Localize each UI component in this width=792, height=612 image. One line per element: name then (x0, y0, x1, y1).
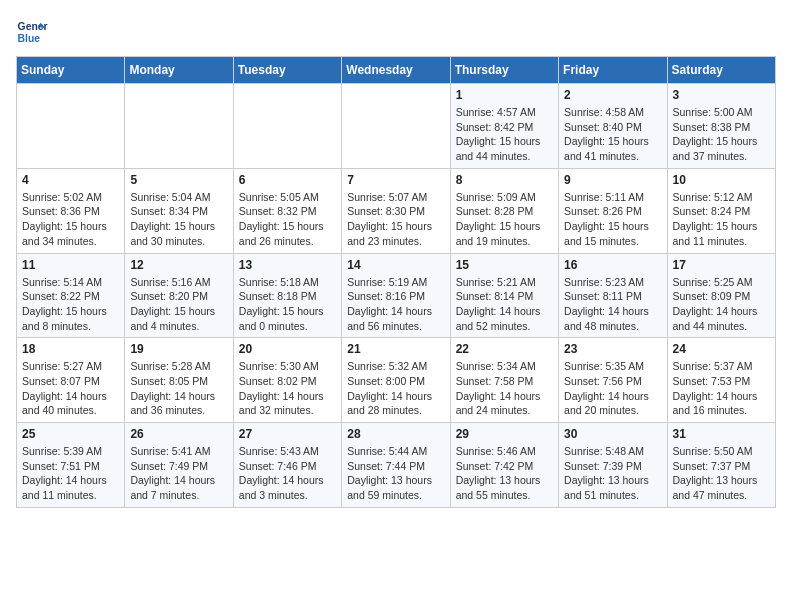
day-info: Sunrise: 5:39 AMSunset: 7:51 PMDaylight:… (22, 444, 119, 503)
calendar-cell: 30Sunrise: 5:48 AMSunset: 7:39 PMDayligh… (559, 423, 667, 508)
calendar-cell: 13Sunrise: 5:18 AMSunset: 8:18 PMDayligh… (233, 253, 341, 338)
calendar-cell: 27Sunrise: 5:43 AMSunset: 7:46 PMDayligh… (233, 423, 341, 508)
calendar-cell: 21Sunrise: 5:32 AMSunset: 8:00 PMDayligh… (342, 338, 450, 423)
day-info: Sunrise: 5:25 AMSunset: 8:09 PMDaylight:… (673, 275, 770, 334)
day-number: 26 (130, 427, 227, 441)
calendar-header: SundayMondayTuesdayWednesdayThursdayFrid… (17, 57, 776, 84)
calendar-cell: 20Sunrise: 5:30 AMSunset: 8:02 PMDayligh… (233, 338, 341, 423)
day-number: 5 (130, 173, 227, 187)
calendar-cell: 31Sunrise: 5:50 AMSunset: 7:37 PMDayligh… (667, 423, 775, 508)
weekday-header-thursday: Thursday (450, 57, 558, 84)
calendar-cell: 26Sunrise: 5:41 AMSunset: 7:49 PMDayligh… (125, 423, 233, 508)
day-number: 16 (564, 258, 661, 272)
calendar-cell: 9Sunrise: 5:11 AMSunset: 8:26 PMDaylight… (559, 168, 667, 253)
logo-icon: General Blue (16, 16, 48, 48)
calendar-cell: 24Sunrise: 5:37 AMSunset: 7:53 PMDayligh… (667, 338, 775, 423)
calendar-cell: 4Sunrise: 5:02 AMSunset: 8:36 PMDaylight… (17, 168, 125, 253)
day-info: Sunrise: 5:04 AMSunset: 8:34 PMDaylight:… (130, 190, 227, 249)
day-number: 31 (673, 427, 770, 441)
day-info: Sunrise: 5:21 AMSunset: 8:14 PMDaylight:… (456, 275, 553, 334)
day-info: Sunrise: 5:11 AMSunset: 8:26 PMDaylight:… (564, 190, 661, 249)
header: General Blue (16, 16, 776, 48)
calendar-cell: 12Sunrise: 5:16 AMSunset: 8:20 PMDayligh… (125, 253, 233, 338)
calendar-cell: 14Sunrise: 5:19 AMSunset: 8:16 PMDayligh… (342, 253, 450, 338)
day-info: Sunrise: 5:14 AMSunset: 8:22 PMDaylight:… (22, 275, 119, 334)
week-row-1: 1Sunrise: 4:57 AMSunset: 8:42 PMDaylight… (17, 84, 776, 169)
logo: General Blue (16, 16, 52, 48)
day-info: Sunrise: 5:32 AMSunset: 8:00 PMDaylight:… (347, 359, 444, 418)
day-info: Sunrise: 5:19 AMSunset: 8:16 PMDaylight:… (347, 275, 444, 334)
day-info: Sunrise: 5:27 AMSunset: 8:07 PMDaylight:… (22, 359, 119, 418)
day-number: 17 (673, 258, 770, 272)
day-info: Sunrise: 5:23 AMSunset: 8:11 PMDaylight:… (564, 275, 661, 334)
day-info: Sunrise: 4:57 AMSunset: 8:42 PMDaylight:… (456, 105, 553, 164)
day-info: Sunrise: 5:44 AMSunset: 7:44 PMDaylight:… (347, 444, 444, 503)
calendar-cell (17, 84, 125, 169)
day-number: 27 (239, 427, 336, 441)
day-info: Sunrise: 5:18 AMSunset: 8:18 PMDaylight:… (239, 275, 336, 334)
calendar-cell: 6Sunrise: 5:05 AMSunset: 8:32 PMDaylight… (233, 168, 341, 253)
day-info: Sunrise: 5:28 AMSunset: 8:05 PMDaylight:… (130, 359, 227, 418)
weekday-header-saturday: Saturday (667, 57, 775, 84)
day-number: 8 (456, 173, 553, 187)
calendar-cell: 10Sunrise: 5:12 AMSunset: 8:24 PMDayligh… (667, 168, 775, 253)
day-number: 23 (564, 342, 661, 356)
calendar-cell: 3Sunrise: 5:00 AMSunset: 8:38 PMDaylight… (667, 84, 775, 169)
day-info: Sunrise: 5:34 AMSunset: 7:58 PMDaylight:… (456, 359, 553, 418)
calendar-cell: 19Sunrise: 5:28 AMSunset: 8:05 PMDayligh… (125, 338, 233, 423)
calendar-cell: 15Sunrise: 5:21 AMSunset: 8:14 PMDayligh… (450, 253, 558, 338)
calendar-cell: 17Sunrise: 5:25 AMSunset: 8:09 PMDayligh… (667, 253, 775, 338)
calendar-cell: 28Sunrise: 5:44 AMSunset: 7:44 PMDayligh… (342, 423, 450, 508)
day-info: Sunrise: 5:12 AMSunset: 8:24 PMDaylight:… (673, 190, 770, 249)
calendar-cell: 11Sunrise: 5:14 AMSunset: 8:22 PMDayligh… (17, 253, 125, 338)
day-number: 24 (673, 342, 770, 356)
calendar-cell: 7Sunrise: 5:07 AMSunset: 8:30 PMDaylight… (342, 168, 450, 253)
day-number: 9 (564, 173, 661, 187)
day-info: Sunrise: 5:00 AMSunset: 8:38 PMDaylight:… (673, 105, 770, 164)
calendar-cell (233, 84, 341, 169)
day-info: Sunrise: 5:50 AMSunset: 7:37 PMDaylight:… (673, 444, 770, 503)
day-number: 4 (22, 173, 119, 187)
day-number: 13 (239, 258, 336, 272)
day-info: Sunrise: 5:41 AMSunset: 7:49 PMDaylight:… (130, 444, 227, 503)
calendar-cell: 23Sunrise: 5:35 AMSunset: 7:56 PMDayligh… (559, 338, 667, 423)
day-number: 28 (347, 427, 444, 441)
day-number: 22 (456, 342, 553, 356)
weekday-header-monday: Monday (125, 57, 233, 84)
calendar-cell: 2Sunrise: 4:58 AMSunset: 8:40 PMDaylight… (559, 84, 667, 169)
week-row-4: 18Sunrise: 5:27 AMSunset: 8:07 PMDayligh… (17, 338, 776, 423)
weekday-header-tuesday: Tuesday (233, 57, 341, 84)
day-number: 11 (22, 258, 119, 272)
calendar-cell: 16Sunrise: 5:23 AMSunset: 8:11 PMDayligh… (559, 253, 667, 338)
day-number: 19 (130, 342, 227, 356)
day-number: 14 (347, 258, 444, 272)
day-number: 25 (22, 427, 119, 441)
weekday-header-sunday: Sunday (17, 57, 125, 84)
day-info: Sunrise: 5:43 AMSunset: 7:46 PMDaylight:… (239, 444, 336, 503)
calendar-cell: 18Sunrise: 5:27 AMSunset: 8:07 PMDayligh… (17, 338, 125, 423)
calendar-table: SundayMondayTuesdayWednesdayThursdayFrid… (16, 56, 776, 508)
calendar-cell: 25Sunrise: 5:39 AMSunset: 7:51 PMDayligh… (17, 423, 125, 508)
day-info: Sunrise: 5:09 AMSunset: 8:28 PMDaylight:… (456, 190, 553, 249)
day-number: 30 (564, 427, 661, 441)
calendar-body: 1Sunrise: 4:57 AMSunset: 8:42 PMDaylight… (17, 84, 776, 508)
day-number: 2 (564, 88, 661, 102)
weekday-header-row: SundayMondayTuesdayWednesdayThursdayFrid… (17, 57, 776, 84)
day-info: Sunrise: 5:05 AMSunset: 8:32 PMDaylight:… (239, 190, 336, 249)
calendar-cell: 5Sunrise: 5:04 AMSunset: 8:34 PMDaylight… (125, 168, 233, 253)
weekday-header-wednesday: Wednesday (342, 57, 450, 84)
day-info: Sunrise: 5:35 AMSunset: 7:56 PMDaylight:… (564, 359, 661, 418)
day-number: 29 (456, 427, 553, 441)
calendar-cell: 22Sunrise: 5:34 AMSunset: 7:58 PMDayligh… (450, 338, 558, 423)
day-number: 21 (347, 342, 444, 356)
day-info: Sunrise: 5:48 AMSunset: 7:39 PMDaylight:… (564, 444, 661, 503)
calendar-cell: 29Sunrise: 5:46 AMSunset: 7:42 PMDayligh… (450, 423, 558, 508)
day-number: 15 (456, 258, 553, 272)
calendar-cell (342, 84, 450, 169)
week-row-3: 11Sunrise: 5:14 AMSunset: 8:22 PMDayligh… (17, 253, 776, 338)
day-info: Sunrise: 5:16 AMSunset: 8:20 PMDaylight:… (130, 275, 227, 334)
weekday-header-friday: Friday (559, 57, 667, 84)
week-row-2: 4Sunrise: 5:02 AMSunset: 8:36 PMDaylight… (17, 168, 776, 253)
calendar-cell: 8Sunrise: 5:09 AMSunset: 8:28 PMDaylight… (450, 168, 558, 253)
day-info: Sunrise: 5:02 AMSunset: 8:36 PMDaylight:… (22, 190, 119, 249)
